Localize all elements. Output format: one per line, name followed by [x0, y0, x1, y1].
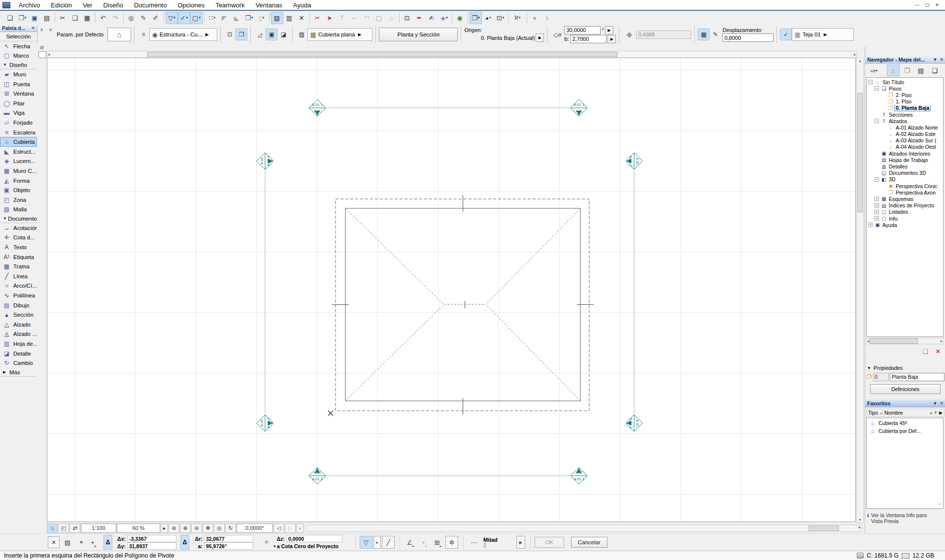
virtual-building-icon[interactable]: ●	[529, 12, 541, 24]
trace-reference-icon[interactable]: ❐▾	[243, 12, 255, 24]
cursor-snap-icon[interactable]: ▽	[360, 536, 372, 549]
dx-field[interactable]: -3,3367	[127, 535, 176, 542]
favorite-cubierta-45[interactable]: ⌂Cubierta 45º	[867, 419, 943, 427]
elevation-marker-a01-right[interactable]: A.03. 1 A-01	[571, 99, 587, 116]
tree-3d[interactable]: −◧3D	[867, 176, 943, 183]
panel-close-icon[interactable]: ✕	[940, 401, 944, 406]
guide-line-icon[interactable]: ╱	[382, 536, 395, 549]
tool-dibujo[interactable]: ▤Dibujo	[0, 300, 37, 310]
expand-toggle-icon[interactable]: −	[875, 86, 879, 91]
tree-alzado-sur[interactable]: ⌂A-03 Alzado Sur (	[867, 137, 943, 144]
group-edit-icon[interactable]: ⊞▸	[432, 536, 444, 549]
offset-snap-icon[interactable]: +▸	[418, 536, 431, 549]
tool-flecha[interactable]: ↖Flecha	[0, 41, 37, 51]
elevation-marker-a03-right[interactable]: A-03 A.03. 3	[571, 467, 587, 484]
pitch-angle-field[interactable]: 30,0000	[564, 26, 601, 34]
elevation-marker-a04-bottom[interactable]: A-04 A.03. 4	[257, 415, 273, 431]
elevation-marker-a03-left[interactable]: A-03 A.03. 3	[309, 467, 326, 484]
favoritos-titlebar[interactable]: Favoritos ▼ ✕	[865, 399, 945, 407]
save-icon[interactable]: ▣	[29, 12, 41, 24]
menu-item[interactable]: Documento	[129, 0, 172, 9]
shadow-on-icon[interactable]: ◤	[218, 12, 231, 24]
properties-header[interactable]: ▼ Propiedades	[867, 364, 944, 371]
covering-material-combo[interactable]: ▦ Teja 01 ▶	[792, 28, 854, 41]
menu-item[interactable]: Ventanas	[250, 0, 288, 9]
palette-section-diseno[interactable]: ▼Diseño	[0, 61, 37, 69]
fill-edit-icon[interactable]: ▨	[271, 12, 283, 24]
roof-geometry-combo[interactable]: ▦ Cubierta plana ▶	[307, 28, 372, 41]
tool-objeto[interactable]: ▣Objeto	[0, 185, 37, 195]
pick-parameters-icon[interactable]: ✎	[137, 12, 150, 24]
teamwork-review-icon[interactable]: ◉	[454, 12, 466, 24]
tool-etiqueta[interactable]: A¹Etiqueta	[0, 252, 37, 262]
palette-titlebar[interactable]: Paleta d... ✕	[0, 25, 37, 32]
tree-scrollbar[interactable]: ◂ ▸	[866, 338, 944, 344]
tracker-widget-icon[interactable]	[38, 51, 46, 58]
expand-toggle-icon[interactable]: +	[875, 203, 879, 208]
menu-item[interactable]: Ver	[77, 0, 98, 9]
close-window-icon[interactable]: ✕	[296, 12, 308, 24]
tool-escalera[interactable]: ≡Escalera	[0, 128, 37, 137]
go-button[interactable]: Ir▾	[510, 12, 525, 24]
offset-method-icon[interactable]: ▦	[698, 29, 709, 40]
angle-field[interactable]: 95,9726°	[204, 542, 253, 550]
complex-roof-icon[interactable]: ▨	[296, 29, 307, 40]
tool-alzado-interior[interactable]: ◬Alzado ...	[0, 329, 37, 339]
snap-point-mode[interactable]: Mitad 2	[483, 537, 498, 548]
expand-toggle-icon[interactable]: +	[875, 210, 879, 214]
tree-info[interactable]: +▢Info.	[867, 215, 943, 222]
scale-field[interactable]: 1:100	[81, 524, 116, 533]
tool-hoja[interactable]: ▥Hoja de...	[0, 339, 37, 349]
horizontal-scrollbar-bottom[interactable]: ▸	[305, 525, 862, 532]
xy-tracker-icon[interactable]: Δ	[103, 535, 112, 550]
expand-toggle-icon[interactable]: −	[875, 119, 879, 123]
dz-field[interactable]: 0,0000	[286, 535, 342, 542]
polar-tracker-icon[interactable]: Δ	[180, 535, 189, 550]
snap-flyout-icon[interactable]: ▸	[373, 536, 381, 549]
fillet-icon[interactable]: ◠	[361, 12, 373, 24]
tool-ventana[interactable]: ⊞Ventana	[0, 89, 37, 99]
tool-muro-cortina[interactable]: ▦Muro C...	[0, 166, 37, 176]
project-map-icon[interactable]: ⌂	[887, 65, 900, 76]
tool-estructura[interactable]: ◣Estruct...	[0, 147, 37, 157]
tool-detalle[interactable]: ◪Detalle	[0, 349, 37, 359]
roof-3d-method-icon[interactable]: ◪	[277, 29, 289, 40]
zoom-level-field[interactable]: 60 %	[117, 524, 160, 533]
origin-axes-icon[interactable]: ⌖	[75, 536, 88, 549]
suspend-groups-icon[interactable]: ✓▾	[178, 12, 190, 24]
grid-snap-icon[interactable]: ▨	[61, 536, 74, 549]
next-zoom-icon[interactable]: ▷	[285, 524, 296, 533]
minimize-button[interactable]: —	[912, 1, 922, 8]
favorites-icon[interactable]: ◈▾	[438, 12, 450, 24]
elevation-marker-a02-bottom[interactable]: A-02 A.03. 2	[626, 415, 642, 431]
tree-detalles[interactable]: ▥Detalles	[867, 163, 943, 169]
tool-texto[interactable]: ATexto	[0, 242, 37, 252]
tree-ayuda[interactable]: +▣Ayuda	[867, 222, 943, 228]
tool-malla[interactable]: ▨Malla	[0, 205, 37, 215]
tree-piso-2[interactable]: ❐2. Piso	[867, 92, 943, 98]
open-icon[interactable]: ❐▾	[16, 12, 29, 24]
close-infobox-button[interactable]: x	[47, 26, 54, 33]
tool-acotacion[interactable]: ↔Acotación	[0, 223, 37, 233]
roof-default-button[interactable]: ⌂	[107, 28, 131, 41]
menu-item[interactable]: Edición	[45, 0, 77, 9]
layer-icon[interactable]: ≡	[137, 29, 149, 40]
rotate-view-icon[interactable]: ↻	[225, 524, 236, 533]
editing-plane-icon[interactable]: ▢▾	[190, 12, 202, 24]
tree-secciones[interactable]: ⇧Secciones	[867, 111, 943, 118]
previous-zoom-icon[interactable]: ◁	[273, 524, 284, 533]
plan-home-toggle[interactable]: ⌂	[47, 524, 58, 533]
dimension-units-icon[interactable]: ▥	[283, 12, 296, 24]
scrollbar-thumb[interactable]	[857, 93, 863, 212]
adjust-icon[interactable]: ➤	[324, 12, 336, 24]
tree-indices[interactable]: +▤Índices de Proyecto	[867, 202, 943, 209]
note-icon[interactable]: ✍	[426, 12, 438, 24]
scroll-right-icon[interactable]: ▸	[940, 338, 943, 344]
tree-alzado-norte[interactable]: ⌂A-01 Alzado Norte	[867, 124, 943, 131]
dy-field[interactable]: 31,8937	[127, 542, 176, 550]
elevate-icon[interactable]: ⌂	[385, 12, 398, 24]
scroll-hint-icon[interactable]: ∨	[938, 501, 941, 506]
split-icon[interactable]: ✂	[311, 12, 324, 24]
origin-marker-icon[interactable]: ⊘	[38, 44, 45, 51]
story-name-input[interactable]: Planta Baja	[890, 373, 945, 381]
